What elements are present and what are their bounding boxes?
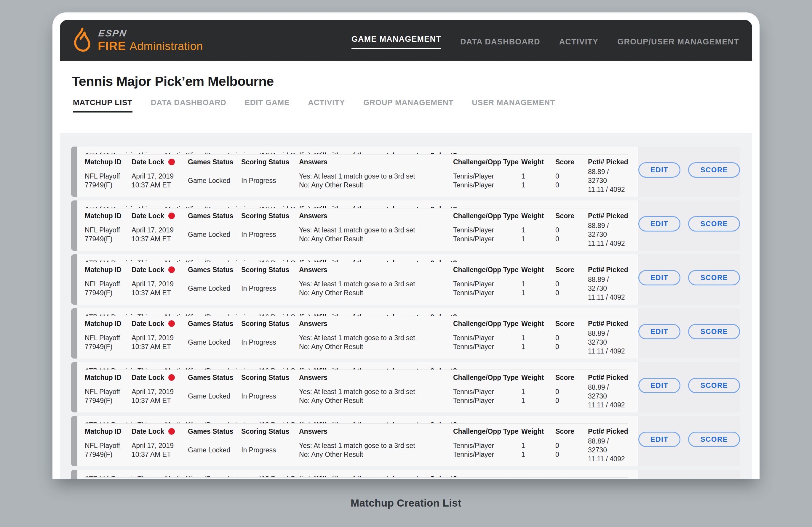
tab-matchup-list[interactable]: MATCHUP LIST bbox=[73, 98, 132, 112]
col-header: Answers bbox=[299, 211, 453, 221]
nav-activity[interactable]: ACTIVITY bbox=[559, 34, 599, 46]
matchup-card: ATP (#4 Dominic Thiem v. Martin Klizan/D… bbox=[71, 254, 740, 305]
col-score: Score 0 0 bbox=[555, 426, 588, 466]
col-date-lock: Date Lock April 17, 2019 10:37 AM ET bbox=[132, 372, 188, 412]
edit-button[interactable]: EDIT bbox=[638, 162, 681, 178]
question-emphasis: Will either of these matches go to a 3rd… bbox=[315, 367, 457, 370]
col-header: Date Lock bbox=[132, 212, 164, 220]
matchup-question: ATP (#4 Dominic Thiem v. Martin Klizan/D… bbox=[85, 254, 628, 262]
col-pct-picked: Pct/# Picked 88.89 / 32730 11.11 / 4092 bbox=[588, 318, 628, 359]
nav-group-user-management[interactable]: GROUP/USER MANAGEMENT bbox=[617, 34, 739, 46]
col-header: Scoring Status bbox=[241, 265, 299, 275]
score-line2: 0 bbox=[555, 181, 588, 190]
card-body: ATP (#4 Dominic Thiem v. Martin Klizan/D… bbox=[78, 416, 637, 466]
weight-line2: 1 bbox=[521, 288, 555, 297]
fire-wordmark: FIRE bbox=[98, 40, 126, 52]
edit-button[interactable]: EDIT bbox=[638, 432, 681, 447]
answer-no: No: Any Other Result bbox=[299, 396, 453, 405]
col-header: Matchup ID bbox=[85, 318, 132, 329]
opp-type-line2: Tennis/Player bbox=[453, 181, 521, 190]
col-matchup-id: Matchup ID NFL Playoff 77949(F) bbox=[85, 318, 132, 359]
score-line1: 0 bbox=[555, 280, 588, 288]
card-actions: EDIT SCORE bbox=[637, 416, 740, 466]
date-lock-date: April 17, 2019 bbox=[132, 333, 188, 342]
answer-yes: Yes: At least 1 match gose to a 3rd set bbox=[299, 280, 453, 288]
card-actions: EDIT SCORE bbox=[637, 470, 740, 479]
pct-picked-line1: 88.89 / 32730 bbox=[588, 383, 628, 401]
col-pct-picked: Pct/# Picked 88.89 / 32730 11.11 / 4092 bbox=[588, 372, 628, 412]
tab-edit-game[interactable]: EDIT GAME bbox=[245, 98, 290, 112]
question-emphasis: Will either of these matches go to a 3rd… bbox=[315, 475, 457, 477]
col-header: Pct/# Picked bbox=[588, 372, 628, 383]
col-header: Challenge/Opp Type bbox=[453, 156, 521, 167]
col-scoring-status: Scoring Status In Progress bbox=[241, 372, 299, 412]
tab-data-dashboard[interactable]: DATA DASHBOARD bbox=[151, 98, 227, 112]
col-date-lock: Date Lock April 17, 2019 10:37 AM ET bbox=[132, 318, 188, 359]
col-header: Weight bbox=[521, 372, 555, 383]
col-header: Matchup ID bbox=[85, 372, 132, 383]
col-header: Weight bbox=[521, 156, 555, 167]
col-pct-picked: Pct/# Picked 88.89 / 32730 11.11 / 4092 bbox=[588, 426, 628, 466]
col-header: Pct/# Picked bbox=[588, 211, 628, 221]
matchup-table: Matchup ID NFL Playoff 77949(F) Date Loc… bbox=[85, 370, 628, 412]
date-lock-time: 10:37 AM ET bbox=[132, 396, 188, 405]
score-button[interactable]: SCORE bbox=[688, 216, 740, 231]
nav-data-dashboard[interactable]: DATA DASHBOARD bbox=[460, 34, 540, 46]
col-header: Challenge/Opp Type bbox=[453, 318, 521, 329]
pct-picked-line2: 11.11 / 4092 bbox=[588, 454, 628, 463]
col-header: Weight bbox=[521, 265, 555, 275]
date-lock-status-icon bbox=[168, 320, 175, 327]
date-lock-date: April 17, 2019 bbox=[132, 172, 188, 181]
matchup-id-line1: NFL Playoff bbox=[85, 387, 132, 396]
tab-user-management[interactable]: USER MANAGEMENT bbox=[472, 98, 555, 112]
score-button[interactable]: SCORE bbox=[688, 324, 740, 339]
card-body: ATP (#4 Dominic Thiem v. Martin Klizan/D… bbox=[78, 308, 637, 359]
question-prefix: ATP (#4 Dominic Thiem v. Martin Klizan/D… bbox=[85, 367, 315, 370]
col-challenge-opp-type: Challenge/Opp Type Tennis/Player Tennis/… bbox=[453, 426, 521, 466]
col-header: Score bbox=[555, 318, 588, 329]
score-button[interactable]: SCORE bbox=[688, 270, 740, 285]
col-header: Games Status bbox=[188, 156, 241, 167]
score-button[interactable]: SCORE bbox=[688, 162, 740, 178]
col-header: Score bbox=[555, 426, 588, 437]
opp-type-line1: Tennis/Player bbox=[453, 441, 521, 450]
date-lock-date: April 17, 2019 bbox=[132, 387, 188, 396]
edit-button[interactable]: EDIT bbox=[638, 216, 681, 231]
edit-button[interactable]: EDIT bbox=[638, 270, 681, 285]
col-header: Score bbox=[555, 265, 588, 275]
nav-game-management[interactable]: GAME MANAGEMENT bbox=[351, 32, 441, 49]
card-actions: EDIT SCORE bbox=[637, 147, 740, 197]
matchup-id-line2: 77949(F) bbox=[85, 235, 132, 243]
pct-picked-line2: 11.11 / 4092 bbox=[588, 239, 628, 248]
col-weight: Weight 1 1 bbox=[521, 318, 555, 359]
col-header: Pct/# Picked bbox=[588, 265, 628, 275]
games-status-value: Game Locked bbox=[188, 230, 241, 239]
card-accent-bar bbox=[71, 470, 77, 479]
edit-button[interactable]: EDIT bbox=[638, 378, 681, 393]
administration-label: Administration bbox=[130, 41, 203, 52]
edit-button[interactable]: EDIT bbox=[638, 324, 681, 339]
col-matchup-id: Matchup ID NFL Playoff 77949(F) bbox=[85, 426, 132, 466]
tab-activity[interactable]: ACTIVITY bbox=[308, 98, 345, 112]
games-status-value: Game Locked bbox=[188, 392, 241, 401]
col-header: Answers bbox=[299, 318, 453, 329]
question-prefix: ATP (#4 Dominic Thiem v. Martin Klizan/D… bbox=[85, 206, 315, 208]
score-button[interactable]: SCORE bbox=[688, 432, 740, 447]
matchup-list[interactable]: ATP (#4 Dominic Thiem v. Martin Klizan/D… bbox=[60, 133, 752, 479]
score-button[interactable]: SCORE bbox=[688, 378, 740, 393]
answer-yes: Yes: At least 1 match gose to a 3rd set bbox=[299, 387, 453, 396]
tab-group-management[interactable]: GROUP MANAGEMENT bbox=[363, 98, 453, 112]
opp-type-line2: Tennis/Player bbox=[453, 342, 521, 351]
col-header: Score bbox=[555, 372, 588, 383]
espn-wordmark: ESPN bbox=[98, 29, 204, 38]
card-body: ATP (#4 Dominic Thiem v. Martin Klizan/D… bbox=[78, 200, 637, 251]
weight-line1: 1 bbox=[521, 172, 555, 181]
matchup-question: ATP (#4 Dominic Thiem v. Martin Klizan/D… bbox=[85, 308, 628, 316]
weight-line1: 1 bbox=[521, 333, 555, 342]
matchup-card: ATP (#4 Dominic Thiem v. Martin Klizan/D… bbox=[71, 308, 740, 359]
col-challenge-opp-type: Challenge/Opp Type Tennis/Player Tennis/… bbox=[453, 211, 521, 251]
question-emphasis: Will either of these matches go to a 3rd… bbox=[315, 259, 457, 262]
matchup-card: ATP (#4 Dominic Thiem v. Martin Klizan/D… bbox=[71, 200, 740, 251]
col-answers: Answers Yes: At least 1 match gose to a … bbox=[299, 156, 453, 197]
date-lock-time: 10:37 AM ET bbox=[132, 181, 188, 190]
